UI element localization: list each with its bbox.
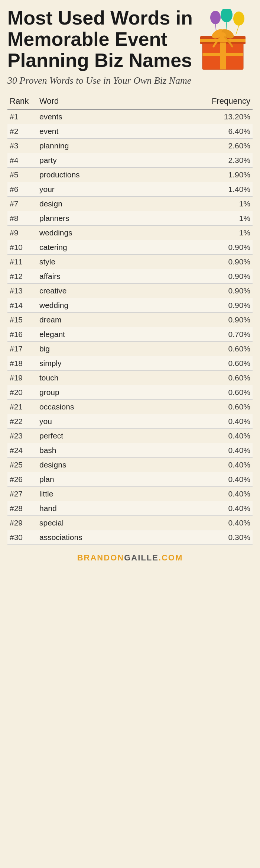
table-row: #19touch0.60%: [7, 371, 253, 385]
cell-word: perfect: [37, 429, 134, 443]
svg-line-5: [236, 26, 239, 35]
cell-frequency: 0.40%: [134, 487, 253, 501]
cell-frequency: 0.60%: [134, 371, 253, 385]
cell-frequency: 0.60%: [134, 356, 253, 371]
cell-rank: #19: [7, 371, 37, 385]
cell-rank: #11: [7, 255, 37, 269]
cell-word: party: [37, 153, 134, 168]
cell-word: design: [37, 197, 134, 211]
cell-rank: #21: [7, 400, 37, 414]
cell-word: planning: [37, 139, 134, 153]
cell-rank: #4: [7, 153, 37, 168]
table-row: #2event6.40%: [7, 124, 253, 139]
cell-frequency: 0.40%: [134, 414, 253, 429]
table-row: #30associations0.30%: [7, 530, 253, 545]
header-section: Most Used Words in Memorable Event Plann…: [7, 7, 253, 87]
cell-word: planners: [37, 211, 134, 226]
cell-word: touch: [37, 371, 134, 385]
cell-rank: #9: [7, 226, 37, 240]
footer-com: .COM: [159, 553, 183, 562]
cell-rank: #10: [7, 240, 37, 255]
cell-frequency: 0.40%: [134, 516, 253, 530]
col-frequency: Frequency: [134, 93, 253, 109]
cell-rank: #27: [7, 487, 37, 501]
table-row: #21occasions0.60%: [7, 400, 253, 414]
cell-word: big: [37, 342, 134, 356]
cell-frequency: 0.60%: [134, 385, 253, 400]
cell-rank: #14: [7, 298, 37, 313]
cell-rank: #5: [7, 168, 37, 182]
table-row: #29special0.40%: [7, 516, 253, 530]
cell-frequency: 0.40%: [134, 472, 253, 487]
cell-word: catering: [37, 240, 134, 255]
cell-word: little: [37, 487, 134, 501]
cell-word: weddings: [37, 226, 134, 240]
main-title: Most Used Words in Memorable Event Plann…: [7, 7, 193, 71]
svg-point-4: [233, 12, 244, 26]
cell-frequency: 2.60%: [134, 139, 253, 153]
svg-point-0: [210, 11, 221, 24]
cell-frequency: 0.40%: [134, 429, 253, 443]
cell-word: event: [37, 124, 134, 139]
cell-rank: #23: [7, 429, 37, 443]
cell-rank: #18: [7, 356, 37, 371]
table-row: #6your1.40%: [7, 182, 253, 197]
cell-frequency: 0.70%: [134, 327, 253, 342]
cell-rank: #3: [7, 139, 37, 153]
table-row: #27little0.40%: [7, 487, 253, 501]
cell-rank: #12: [7, 269, 37, 284]
cell-frequency: 2.30%: [134, 153, 253, 168]
cell-word: affairs: [37, 269, 134, 284]
cell-rank: #20: [7, 385, 37, 400]
cell-rank: #29: [7, 516, 37, 530]
cell-frequency: 0.40%: [134, 458, 253, 472]
cell-word: dream: [37, 313, 134, 327]
cell-word: events: [37, 109, 134, 124]
svg-rect-11: [202, 53, 243, 56]
cell-rank: #16: [7, 327, 37, 342]
table-row: #13creative0.90%: [7, 284, 253, 298]
cell-word: hand: [37, 501, 134, 516]
cell-word: simply: [37, 356, 134, 371]
table-header-row: Rank Word Frequency: [7, 93, 253, 109]
cell-frequency: 1.90%: [134, 168, 253, 182]
cell-frequency: 0.60%: [134, 400, 253, 414]
cell-word: productions: [37, 168, 134, 182]
table-row: #4party2.30%: [7, 153, 253, 168]
cell-frequency: 1%: [134, 211, 253, 226]
cell-word: elegant: [37, 327, 134, 342]
table-row: #26plan0.40%: [7, 472, 253, 487]
svg-rect-10: [220, 44, 226, 70]
words-table: Rank Word Frequency #1events13.20%#2even…: [7, 93, 253, 545]
table-row: #1events13.20%: [7, 109, 253, 124]
cell-rank: #13: [7, 284, 37, 298]
table-row: #24bash0.40%: [7, 443, 253, 458]
cell-word: occasions: [37, 400, 134, 414]
table-section: Rank Word Frequency #1events13.20%#2even…: [7, 93, 253, 545]
cell-frequency: 0.40%: [134, 443, 253, 458]
cell-frequency: 0.90%: [134, 269, 253, 284]
table-row: #9weddings1%: [7, 226, 253, 240]
table-row: #15dream0.90%: [7, 313, 253, 327]
cell-rank: #17: [7, 342, 37, 356]
gift-box-illustration: [193, 7, 253, 73]
cell-rank: #2: [7, 124, 37, 139]
table-row: #22you0.40%: [7, 414, 253, 429]
svg-point-2: [221, 9, 233, 22]
cell-frequency: 0.90%: [134, 240, 253, 255]
cell-word: designs: [37, 458, 134, 472]
footer-gaille: GAILLE: [124, 553, 159, 562]
cell-frequency: 1%: [134, 226, 253, 240]
cell-frequency: 13.20%: [134, 109, 253, 124]
cell-word: special: [37, 516, 134, 530]
footer-brand: BRANDON: [77, 553, 124, 562]
title-block: Most Used Words in Memorable Event Plann…: [7, 7, 193, 87]
table-row: #23perfect0.40%: [7, 429, 253, 443]
col-rank: Rank: [7, 93, 37, 109]
table-row: #5productions1.90%: [7, 168, 253, 182]
cell-word: your: [37, 182, 134, 197]
table-row: #28hand0.40%: [7, 501, 253, 516]
cell-word: associations: [37, 530, 134, 545]
cell-word: you: [37, 414, 134, 429]
table-row: #25designs0.40%: [7, 458, 253, 472]
